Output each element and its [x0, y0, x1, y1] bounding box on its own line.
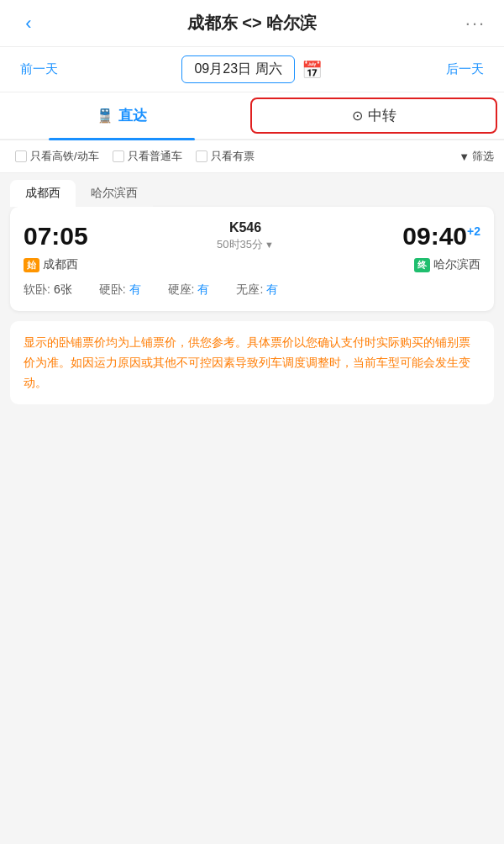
back-button[interactable]: ‹: [13, 13, 44, 34]
date-row: 前一天 09月23日 周六 📅 后一天: [0, 47, 504, 92]
filter-highspeed[interactable]: 只看高铁/动车: [10, 147, 104, 166]
seat-hard-sleeper-label: 硬卧:: [99, 282, 126, 298]
filter-available-label: 只看有票: [211, 149, 255, 164]
arrive-station: 终 哈尔滨西: [414, 257, 480, 272]
tab-transfer[interactable]: ⊙ 中转: [250, 98, 497, 134]
seat-no-seat-value: 有: [266, 282, 278, 298]
filter-more-button[interactable]: ▼ 筛选: [459, 149, 494, 164]
station-tab-chengduxi[interactable]: 成都西: [10, 180, 76, 207]
tab-transfer-label: 中转: [368, 106, 396, 125]
main-tabs: 🚆 直达 ⊙ 中转: [0, 92, 504, 140]
seat-hard-seat-value: 有: [197, 282, 209, 298]
train-icon: 🚆: [97, 108, 113, 124]
filter-highspeed-label: 只看高铁/动车: [30, 149, 99, 164]
train-number: K546: [229, 220, 261, 235]
next-day-button[interactable]: 后一天: [439, 58, 491, 81]
dropdown-arrow[interactable]: ▼: [265, 240, 274, 250]
seat-soft-sleeper-value: 6张: [54, 282, 72, 298]
seat-soft-sleeper: 软卧: 6张: [24, 282, 72, 298]
station-tabs: 成都西 哈尔滨西: [0, 173, 504, 207]
filter-available[interactable]: 只看有票: [191, 147, 260, 166]
seat-no-seat: 无座: 有: [236, 282, 278, 298]
duration-text: 50时35分: [217, 237, 263, 252]
checkbox-available[interactable]: [196, 150, 207, 162]
seat-hard-seat-label: 硬座:: [168, 282, 195, 298]
header: ‹ 成都东 <> 哈尔滨 ···: [0, 0, 504, 47]
seat-hard-sleeper: 硬卧: 有: [99, 282, 141, 298]
prev-day-button[interactable]: 前一天: [13, 58, 65, 81]
filter-more-label: 筛选: [472, 149, 494, 164]
train-card[interactable]: 07:05 K546 50时35分 ▼ 09:40+2 始 成都西 终 哈尔滨西: [10, 207, 494, 311]
filter-normal[interactable]: 只看普通车: [108, 147, 187, 166]
seat-no-seat-label: 无座:: [236, 282, 263, 298]
date-center: 09月23日 周六 📅: [181, 55, 322, 83]
date-display: 09月23日 周六: [181, 55, 294, 83]
train-info-middle: K546 50时35分 ▼: [217, 220, 274, 252]
tab-direct-label: 直达: [118, 106, 147, 125]
transfer-icon: ⊙: [352, 108, 363, 124]
arrive-time: 09:40+2: [402, 222, 480, 251]
filter-normal-label: 只看普通车: [128, 149, 182, 164]
depart-station: 始 成都西: [24, 257, 78, 272]
seat-hard-seat: 硬座: 有: [168, 282, 210, 298]
seat-hard-sleeper-value: 有: [129, 282, 141, 298]
arrive-day-suffix: +2: [467, 224, 480, 238]
arrive-badge: 终: [414, 258, 430, 272]
depart-badge: 始: [24, 258, 39, 272]
tab-direct[interactable]: 🚆 直达: [0, 92, 244, 139]
seat-soft-sleeper-label: 软卧:: [24, 282, 50, 298]
train-times-row: 07:05 K546 50时35分 ▼ 09:40+2: [24, 220, 480, 252]
checkbox-highspeed[interactable]: [15, 150, 27, 162]
depart-station-name: 成都西: [43, 257, 78, 272]
checkbox-normal[interactable]: [113, 150, 124, 162]
arrive-time-text: 09:40: [402, 222, 467, 250]
duration: 50时35分 ▼: [217, 237, 274, 252]
seat-info: 软卧: 6张 硬卧: 有 硬座: 有 无座: 有: [24, 282, 480, 298]
station-names-row: 始 成都西 终 哈尔滨西: [24, 257, 480, 272]
more-button[interactable]: ···: [460, 13, 491, 34]
filter-bar: 只看高铁/动车 只看普通车 只看有票 ▼ 筛选: [0, 140, 504, 173]
station-tab-haerbinxi[interactable]: 哈尔滨西: [76, 180, 153, 207]
notice-text: 显示的卧铺票价均为上铺票价，供您参考。具体票价以您确认支付时实际购买的铺别票价为…: [24, 335, 470, 389]
page-title: 成都东 <> 哈尔滨: [44, 12, 460, 34]
notice-box: 显示的卧铺票价均为上铺票价，供您参考。具体票价以您确认支付时实际购买的铺别票价为…: [10, 321, 494, 404]
arrive-station-name: 哈尔滨西: [433, 257, 480, 272]
calendar-icon[interactable]: 📅: [302, 60, 323, 80]
depart-time: 07:05: [24, 222, 88, 251]
funnel-icon: ▼: [459, 150, 470, 163]
